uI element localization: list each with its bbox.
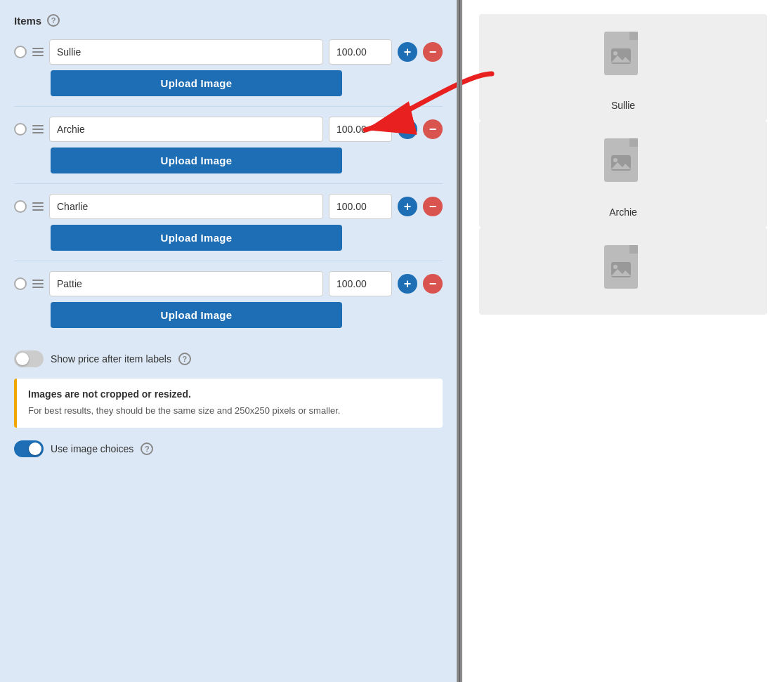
file-icon-0 (599, 32, 648, 88)
file-icon-1 (599, 138, 648, 195)
info-box: Images are not cropped or resized. For b… (14, 379, 443, 428)
item-row-archie (14, 117, 443, 142)
svg-rect-6 (629, 138, 638, 147)
item-drag-handle-charlie[interactable] (32, 202, 44, 211)
show-price-help-icon[interactable]: ? (178, 353, 191, 365)
item-name-input-archie[interactable] (49, 117, 323, 142)
use-image-toggle[interactable] (14, 440, 44, 457)
item-name-input-sullie[interactable] (49, 39, 323, 65)
item-remove-btn-pattie[interactable] (423, 274, 443, 294)
svg-point-12 (613, 265, 618, 269)
item-add-btn-charlie[interactable] (398, 197, 417, 216)
preview-image-1 (592, 135, 655, 198)
item-radio-sullie[interactable] (14, 46, 27, 58)
panel-divider (457, 0, 462, 682)
item-upload-btn-pattie[interactable]: Upload Image (51, 302, 342, 328)
item-name-input-pattie[interactable] (49, 271, 323, 296)
item-row-sullie (14, 39, 443, 65)
item-row-charlie (14, 194, 443, 219)
preview-label-1: Archie (609, 206, 637, 218)
items-container: Upload Image Upload Image Upload Image (14, 39, 443, 338)
item-upload-btn-charlie[interactable]: Upload Image (51, 225, 342, 251)
item-drag-handle-sullie[interactable] (32, 48, 44, 56)
item-drag-handle-pattie[interactable] (32, 280, 44, 288)
show-price-toggle-label: Show price after item labels (51, 353, 171, 365)
panel-title-text: Items (14, 15, 41, 27)
item-block-pattie: Upload Image (14, 271, 443, 338)
item-add-btn-archie[interactable] (398, 119, 417, 139)
item-add-btn-pattie[interactable] (398, 274, 417, 294)
preview-card-1: Archie (479, 121, 767, 228)
show-price-toggle-row: Show price after item labels ? (14, 350, 443, 367)
item-name-input-charlie[interactable] (49, 194, 323, 219)
item-remove-btn-sullie[interactable] (423, 42, 443, 62)
use-image-toggle-row: Use image choices ? (14, 440, 443, 457)
svg-point-8 (613, 158, 618, 162)
left-panel: Items ? Upload Image Upload Image (0, 0, 457, 682)
item-upload-btn-sullie[interactable]: Upload Image (51, 70, 342, 96)
item-upload-btn-archie[interactable]: Upload Image (51, 147, 342, 173)
item-add-btn-sullie[interactable] (398, 42, 417, 62)
preview-image-2 (592, 242, 655, 305)
svg-rect-10 (629, 245, 638, 254)
info-box-text: For best results, they should be the sam… (28, 404, 431, 418)
file-icon-2 (599, 245, 648, 301)
preview-card-0: Sullie (479, 14, 767, 121)
panel-help-icon[interactable]: ? (47, 14, 60, 27)
right-panel: Sullie Archie (462, 0, 784, 682)
item-radio-archie[interactable] (14, 123, 27, 136)
item-block-sullie: Upload Image (14, 39, 443, 107)
item-price-input-charlie[interactable] (329, 194, 392, 219)
svg-point-4 (613, 51, 618, 55)
item-price-input-pattie[interactable] (329, 271, 392, 296)
use-image-help-icon[interactable]: ? (141, 442, 153, 455)
svg-rect-2 (629, 32, 638, 40)
item-drag-handle-archie[interactable] (32, 125, 44, 133)
preview-container: Sullie Archie (479, 14, 767, 315)
item-remove-btn-archie[interactable] (423, 119, 443, 139)
item-radio-pattie[interactable] (14, 277, 27, 290)
use-image-toggle-label: Use image choices (51, 443, 133, 454)
item-radio-charlie[interactable] (14, 200, 27, 213)
show-price-toggle[interactable] (14, 350, 44, 367)
panel-title-row: Items ? (14, 14, 443, 27)
item-block-archie: Upload Image (14, 117, 443, 184)
item-row-pattie (14, 271, 443, 296)
preview-image-0 (592, 28, 655, 91)
item-price-input-archie[interactable] (329, 117, 392, 142)
preview-label-0: Sullie (611, 100, 635, 111)
info-box-title: Images are not cropped or resized. (28, 388, 431, 400)
item-block-charlie: Upload Image (14, 194, 443, 261)
preview-card-2 (479, 228, 767, 315)
item-price-input-sullie[interactable] (329, 39, 392, 65)
item-remove-btn-charlie[interactable] (423, 197, 443, 216)
